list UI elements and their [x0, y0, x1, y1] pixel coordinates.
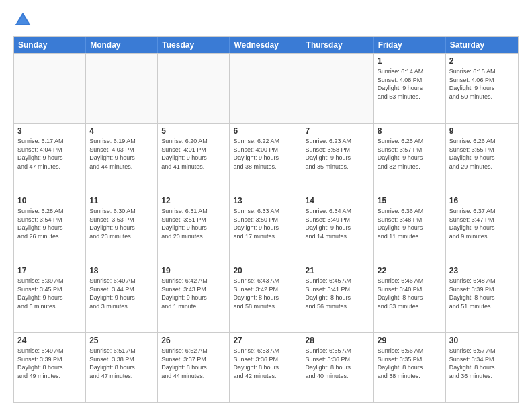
- calendar-cell: 20Sunrise: 6:43 AM Sunset: 3:42 PM Dayli…: [230, 263, 302, 332]
- day-number: 12: [161, 196, 226, 205]
- calendar-cell: 29Sunrise: 6:56 AM Sunset: 3:35 PM Dayli…: [374, 333, 446, 402]
- day-number: 7: [306, 126, 370, 136]
- calendar-cell: 1Sunrise: 6:14 AM Sunset: 4:08 PM Daylig…: [374, 54, 446, 123]
- calendar-cell: 16Sunrise: 6:37 AM Sunset: 3:47 PM Dayli…: [446, 193, 518, 263]
- cell-details: Sunrise: 6:56 AM Sunset: 3:35 PM Dayligh…: [378, 347, 442, 380]
- cell-details: Sunrise: 6:20 AM Sunset: 4:01 PM Dayligh…: [161, 137, 226, 171]
- cell-details: Sunrise: 6:33 AM Sunset: 3:50 PM Dayligh…: [233, 207, 298, 240]
- calendar-row: 3Sunrise: 6:17 AM Sunset: 4:04 PM Daylig…: [14, 123, 518, 193]
- cell-details: Sunrise: 6:36 AM Sunset: 3:48 PM Dayligh…: [378, 207, 442, 240]
- calendar-cell: 21Sunrise: 6:45 AM Sunset: 3:41 PM Dayli…: [302, 263, 374, 332]
- logo: [13, 11, 35, 30]
- calendar-cell: [302, 54, 374, 123]
- cell-details: Sunrise: 6:22 AM Sunset: 4:00 PM Dayligh…: [233, 137, 298, 171]
- cell-details: Sunrise: 6:51 AM Sunset: 3:38 PM Dayligh…: [89, 347, 154, 380]
- day-number: 8: [378, 126, 442, 136]
- cell-details: Sunrise: 6:45 AM Sunset: 3:41 PM Dayligh…: [306, 277, 370, 310]
- cell-details: Sunrise: 6:37 AM Sunset: 3:47 PM Dayligh…: [449, 207, 515, 240]
- calendar-header-cell: Monday: [86, 37, 158, 53]
- calendar-cell: 2Sunrise: 6:15 AM Sunset: 4:06 PM Daylig…: [446, 54, 518, 123]
- cell-details: Sunrise: 6:31 AM Sunset: 3:51 PM Dayligh…: [161, 207, 226, 240]
- cell-details: Sunrise: 6:40 AM Sunset: 3:44 PM Dayligh…: [89, 277, 154, 310]
- day-number: 13: [233, 196, 298, 205]
- day-number: 24: [17, 336, 82, 345]
- calendar-cell: 3Sunrise: 6:17 AM Sunset: 4:04 PM Daylig…: [14, 124, 86, 193]
- cell-details: Sunrise: 6:14 AM Sunset: 4:08 PM Dayligh…: [378, 67, 442, 101]
- day-number: 3: [17, 126, 82, 136]
- calendar-header-cell: Friday: [374, 37, 446, 53]
- calendar-body: 1Sunrise: 6:14 AM Sunset: 4:08 PM Daylig…: [14, 53, 518, 402]
- calendar-cell: 22Sunrise: 6:46 AM Sunset: 3:40 PM Dayli…: [374, 263, 446, 332]
- calendar-row: 1Sunrise: 6:14 AM Sunset: 4:08 PM Daylig…: [14, 53, 518, 123]
- day-number: 16: [449, 196, 515, 205]
- calendar-cell: [14, 54, 86, 123]
- day-number: 18: [89, 266, 154, 275]
- calendar-cell: 30Sunrise: 6:57 AM Sunset: 3:34 PM Dayli…: [446, 333, 518, 402]
- cell-details: Sunrise: 6:52 AM Sunset: 3:37 PM Dayligh…: [161, 347, 226, 380]
- day-number: 26: [161, 336, 226, 345]
- calendar-cell: 26Sunrise: 6:52 AM Sunset: 3:37 PM Dayli…: [158, 333, 230, 402]
- calendar-cell: [86, 54, 158, 123]
- calendar-cell: 15Sunrise: 6:36 AM Sunset: 3:48 PM Dayli…: [374, 193, 446, 263]
- day-number: 30: [449, 336, 515, 345]
- cell-details: Sunrise: 6:49 AM Sunset: 3:39 PM Dayligh…: [17, 347, 82, 380]
- cell-details: Sunrise: 6:53 AM Sunset: 3:36 PM Dayligh…: [233, 347, 298, 380]
- calendar-cell: 18Sunrise: 6:40 AM Sunset: 3:44 PM Dayli…: [86, 263, 158, 332]
- calendar-cell: 10Sunrise: 6:28 AM Sunset: 3:54 PM Dayli…: [14, 193, 86, 263]
- day-number: 27: [233, 336, 298, 345]
- day-number: 28: [306, 336, 370, 345]
- day-number: 19: [161, 266, 226, 275]
- cell-details: Sunrise: 6:48 AM Sunset: 3:39 PM Dayligh…: [449, 277, 515, 310]
- calendar-header: SundayMondayTuesdayWednesdayThursdayFrid…: [14, 37, 518, 53]
- day-number: 6: [233, 126, 298, 136]
- day-number: 1: [378, 56, 442, 66]
- calendar-cell: [158, 54, 230, 123]
- day-number: 21: [306, 266, 370, 275]
- calendar-cell: 7Sunrise: 6:23 AM Sunset: 3:58 PM Daylig…: [302, 124, 374, 193]
- day-number: 4: [89, 126, 154, 136]
- day-number: 23: [449, 266, 515, 275]
- calendar-cell: 5Sunrise: 6:20 AM Sunset: 4:01 PM Daylig…: [158, 124, 230, 193]
- calendar-row: 10Sunrise: 6:28 AM Sunset: 3:54 PM Dayli…: [14, 193, 518, 263]
- calendar-header-cell: Thursday: [302, 37, 374, 53]
- calendar-cell: 24Sunrise: 6:49 AM Sunset: 3:39 PM Dayli…: [14, 333, 86, 402]
- cell-details: Sunrise: 6:17 AM Sunset: 4:04 PM Dayligh…: [17, 137, 82, 171]
- day-number: 25: [89, 336, 154, 345]
- calendar: SundayMondayTuesdayWednesdayThursdayFrid…: [13, 36, 519, 403]
- day-number: 20: [233, 266, 298, 275]
- cell-details: Sunrise: 6:25 AM Sunset: 3:57 PM Dayligh…: [378, 137, 442, 171]
- cell-details: Sunrise: 6:23 AM Sunset: 3:58 PM Dayligh…: [306, 137, 370, 171]
- cell-details: Sunrise: 6:26 AM Sunset: 3:55 PM Dayligh…: [449, 137, 515, 171]
- calendar-header-cell: Tuesday: [158, 37, 230, 53]
- cell-details: Sunrise: 6:42 AM Sunset: 3:43 PM Dayligh…: [161, 277, 226, 310]
- cell-details: Sunrise: 6:28 AM Sunset: 3:54 PM Dayligh…: [17, 207, 82, 240]
- calendar-cell: 14Sunrise: 6:34 AM Sunset: 3:49 PM Dayli…: [302, 193, 374, 263]
- day-number: 29: [378, 336, 442, 345]
- day-number: 15: [378, 196, 442, 205]
- calendar-cell: 25Sunrise: 6:51 AM Sunset: 3:38 PM Dayli…: [86, 333, 158, 402]
- calendar-cell: 12Sunrise: 6:31 AM Sunset: 3:51 PM Dayli…: [158, 193, 230, 263]
- day-number: 10: [17, 196, 82, 205]
- cell-details: Sunrise: 6:43 AM Sunset: 3:42 PM Dayligh…: [233, 277, 298, 310]
- header: [13, 11, 519, 30]
- cell-details: Sunrise: 6:15 AM Sunset: 4:06 PM Dayligh…: [449, 67, 515, 101]
- day-number: 14: [306, 196, 370, 205]
- cell-details: Sunrise: 6:39 AM Sunset: 3:45 PM Dayligh…: [17, 277, 82, 310]
- logo-icon: [13, 11, 32, 30]
- cell-details: Sunrise: 6:57 AM Sunset: 3:34 PM Dayligh…: [449, 347, 515, 380]
- calendar-row: 17Sunrise: 6:39 AM Sunset: 3:45 PM Dayli…: [14, 263, 518, 332]
- calendar-cell: 17Sunrise: 6:39 AM Sunset: 3:45 PM Dayli…: [14, 263, 86, 332]
- cell-details: Sunrise: 6:55 AM Sunset: 3:36 PM Dayligh…: [306, 347, 370, 380]
- day-number: 11: [89, 196, 154, 205]
- day-number: 2: [449, 56, 515, 66]
- calendar-cell: 4Sunrise: 6:19 AM Sunset: 4:03 PM Daylig…: [86, 124, 158, 193]
- day-number: 9: [449, 126, 515, 136]
- cell-details: Sunrise: 6:46 AM Sunset: 3:40 PM Dayligh…: [378, 277, 442, 310]
- cell-details: Sunrise: 6:34 AM Sunset: 3:49 PM Dayligh…: [306, 207, 370, 240]
- calendar-row: 24Sunrise: 6:49 AM Sunset: 3:39 PM Dayli…: [14, 332, 518, 402]
- calendar-cell: 27Sunrise: 6:53 AM Sunset: 3:36 PM Dayli…: [230, 333, 302, 402]
- calendar-cell: 19Sunrise: 6:42 AM Sunset: 3:43 PM Dayli…: [158, 263, 230, 332]
- day-number: 22: [378, 266, 442, 275]
- calendar-cell: [230, 54, 302, 123]
- day-number: 5: [161, 126, 226, 136]
